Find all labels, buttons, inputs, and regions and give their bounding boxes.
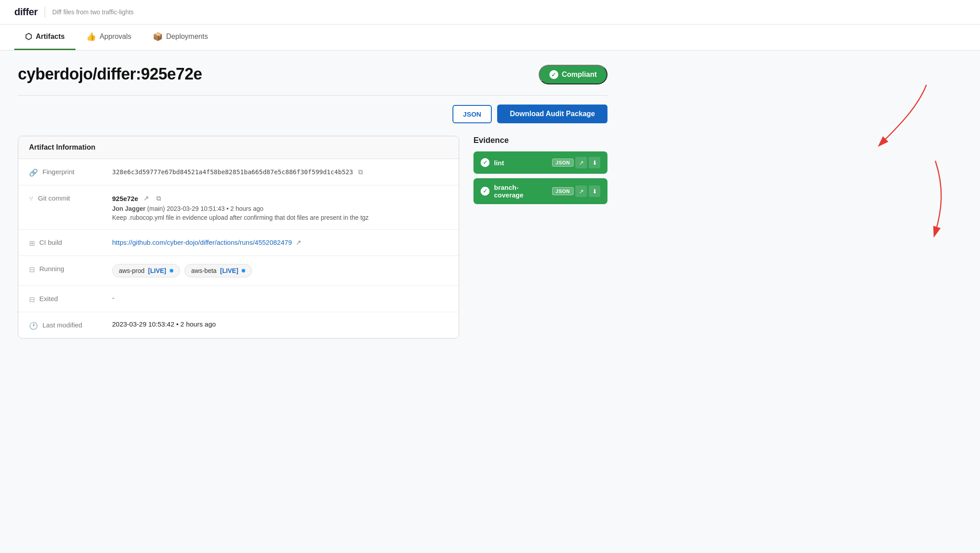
- exited-icon: ⊟: [29, 295, 35, 304]
- lint-json-badge: JSON: [552, 159, 574, 167]
- ci-build-label: ⊞ CI build: [29, 238, 105, 247]
- branch-coverage-check-icon: ✓: [481, 187, 490, 196]
- running-tag-aws-prod: aws-prod [LIVE]: [112, 264, 180, 277]
- lint-check-icon: ✓: [481, 158, 490, 167]
- fingerprint-label: 🔗 Fingerprint: [29, 167, 105, 177]
- json-button[interactable]: JSON: [452, 105, 492, 123]
- artifact-row-exited: ⊟ Exited -: [18, 286, 459, 312]
- topbar: differ Diff files from two traffic-light…: [0, 0, 980, 25]
- commit-external-link-button[interactable]: ↗: [142, 193, 151, 203]
- lint-name: lint: [494, 159, 548, 167]
- last-modified-label: 🕐 Last modified: [29, 320, 105, 330]
- aws-beta-live-label: [LIVE]: [220, 267, 238, 274]
- evidence-title: Evidence: [473, 136, 607, 145]
- deployments-icon: 📦: [153, 32, 163, 42]
- tab-approvals[interactable]: 👍 Approvals: [75, 25, 142, 50]
- exited-value: -: [112, 294, 114, 302]
- aws-beta-live-dot: [242, 269, 245, 272]
- last-modified-value-col: 2023-03-29 10:53:42 • 2 hours ago: [112, 320, 448, 328]
- ci-build-value-col: https://github.com/cyber-dojo/differ/act…: [112, 238, 448, 247]
- clock-icon: 🕐: [29, 322, 38, 330]
- running-tags: aws-prod [LIVE] aws-beta [LIVE]: [112, 264, 448, 277]
- exited-value-col: -: [112, 294, 448, 302]
- download-row: JSON Download Audit Package: [18, 105, 607, 123]
- topbar-divider: [45, 7, 45, 17]
- ci-build-link[interactable]: https://github.com/cyber-dojo/differ/act…: [112, 239, 292, 246]
- git-icon: ⑂: [29, 195, 34, 203]
- running-tag-aws-beta: aws-beta [LIVE]: [184, 264, 252, 277]
- artifacts-icon: ⬡: [25, 32, 32, 42]
- fingerprint-row: 328e6c3d59777e67bd84521a4f58be82851ba665…: [112, 167, 448, 177]
- fingerprint-hash: 328e6c3d59777e67bd84521a4f58be82851ba665…: [112, 168, 353, 176]
- app-logo: differ: [14, 6, 38, 18]
- fingerprint-icon: 🔗: [29, 168, 38, 177]
- ci-external-link-button[interactable]: ↗: [294, 238, 303, 247]
- two-col-layout: Artifact Information 🔗 Fingerprint 328e6…: [18, 136, 607, 339]
- artifact-card-header: Artifact Information: [18, 136, 459, 159]
- page-header: cyberdojo/differ:925e72e ✓ Compliant: [18, 65, 607, 84]
- branch-coverage-name: branch-coverage: [494, 184, 548, 199]
- aws-prod-live-label: [LIVE]: [148, 267, 166, 274]
- tab-artifacts[interactable]: ⬡ Artifacts: [14, 25, 75, 50]
- commit-message: Keep .rubocop.yml file in evidence uploa…: [112, 214, 448, 221]
- running-label: ⊟ Running: [29, 264, 105, 274]
- compliant-badge[interactable]: ✓ Compliant: [539, 65, 607, 84]
- git-commit-label: ⑂ Git commit: [29, 193, 105, 203]
- aws-beta-name: aws-beta: [191, 267, 217, 274]
- ci-build-icon: ⊞: [29, 239, 35, 247]
- download-audit-button[interactable]: Download Audit Package: [497, 105, 607, 123]
- tab-deployments-label: Deployments: [166, 33, 208, 41]
- fingerprint-copy-button[interactable]: ⧉: [356, 167, 365, 177]
- evidence-item-lint: ✓ lint JSON ↗ ⬇: [473, 151, 607, 174]
- artifact-row-fingerprint: 🔗 Fingerprint 328e6c3d59777e67bd84521a4f…: [18, 159, 459, 185]
- branch-coverage-download-button[interactable]: ⬇: [589, 185, 600, 197]
- artifact-row-ci-build: ⊞ CI build https://github.com/cyber-dojo…: [18, 230, 459, 256]
- branch-coverage-external-link-button[interactable]: ↗: [575, 185, 587, 197]
- exited-label: ⊟ Exited: [29, 294, 105, 304]
- tab-artifacts-label: Artifacts: [36, 33, 65, 41]
- last-modified-value: 2023-03-29 10:53:42 • 2 hours ago: [112, 320, 216, 328]
- evidence-panel: Evidence ✓ lint JSON ↗ ⬇ ✓ branch-covera…: [473, 136, 607, 209]
- compliant-label: Compliant: [562, 71, 597, 79]
- tab-deployments[interactable]: 📦 Deployments: [142, 25, 218, 50]
- lint-actions: JSON ↗ ⬇: [552, 157, 600, 168]
- artifact-row-running: ⊟ Running aws-prod [LIVE] aws-beta [LIVE…: [18, 256, 459, 286]
- main-content: cyberdojo/differ:925e72e ✓ Compliant JSO…: [0, 50, 625, 353]
- lint-download-button[interactable]: ⬇: [589, 157, 600, 168]
- lint-external-link-button[interactable]: ↗: [575, 157, 587, 168]
- commit-meta: Jon Jagger (main) 2023-03-29 10:51:43 • …: [112, 205, 448, 212]
- artifact-row-last-modified: 🕐 Last modified 2023-03-29 10:53:42 • 2 …: [18, 312, 459, 338]
- branch-coverage-actions: JSON ↗ ⬇: [552, 185, 600, 197]
- running-value-col: aws-prod [LIVE] aws-beta [LIVE]: [112, 264, 448, 277]
- artifact-row-git-commit: ⑂ Git commit 925e72e ↗ ⧉ Jon Jagger (mai…: [18, 185, 459, 230]
- fingerprint-value-col: 328e6c3d59777e67bd84521a4f58be82851ba665…: [112, 167, 448, 177]
- header-right: ✓ Compliant: [539, 65, 607, 84]
- branch-coverage-json-badge: JSON: [552, 187, 574, 195]
- compliant-check-icon: ✓: [549, 70, 558, 79]
- tab-approvals-label: Approvals: [100, 33, 131, 41]
- aws-prod-name: aws-prod: [119, 267, 145, 274]
- git-commit-value-col: 925e72e ↗ ⧉ Jon Jagger (main) 2023-03-29…: [112, 193, 448, 221]
- page-title: cyberdojo/differ:925e72e: [18, 65, 202, 84]
- nav-tabs: ⬡ Artifacts 👍 Approvals 📦 Deployments: [0, 25, 980, 50]
- commit-hash: 925e72e: [112, 195, 138, 202]
- approvals-icon: 👍: [86, 32, 96, 42]
- decorative-arrows: [810, 71, 953, 259]
- artifact-card: Artifact Information 🔗 Fingerprint 328e6…: [18, 136, 459, 339]
- running-icon: ⊟: [29, 265, 35, 274]
- page-separator: [18, 95, 607, 96]
- evidence-item-branch-coverage: ✓ branch-coverage JSON ↗ ⬇: [473, 178, 607, 204]
- commit-copy-button[interactable]: ⧉: [155, 193, 163, 203]
- aws-prod-live-dot: [170, 269, 173, 272]
- app-subtitle: Diff files from two traffic-lights: [52, 8, 134, 16]
